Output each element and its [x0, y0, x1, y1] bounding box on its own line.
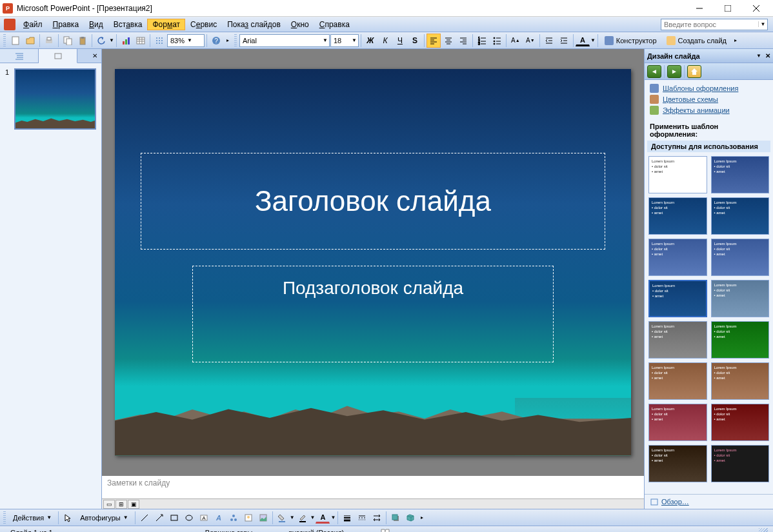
align-center-button[interactable] [441, 34, 456, 48]
arrow-style-button[interactable] [370, 511, 384, 525]
font-select[interactable]: Arial▼ [239, 34, 330, 47]
link-animation-effects[interactable]: Эффекты анимации [650, 106, 768, 115]
template-item[interactable]: Lorem Ipsum• dolor sit• amet [648, 197, 707, 235]
grid-button[interactable] [152, 34, 166, 48]
sorter-view-button[interactable]: ⊞ [115, 500, 127, 509]
paste-button[interactable] [75, 34, 90, 48]
menu-help[interactable]: Справка [314, 19, 355, 30]
toolbar-grip[interactable] [234, 34, 237, 47]
bullet-list-button[interactable] [490, 34, 504, 48]
menu-file[interactable]: Файл [18, 19, 48, 30]
table-button[interactable] [134, 34, 148, 48]
menu-insert[interactable]: Вставка [108, 19, 148, 30]
toolbar-grip[interactable] [3, 34, 6, 47]
toolbar-options-2[interactable]: ▸ [732, 34, 739, 48]
status-language[interactable]: русский (Россия) [283, 529, 349, 533]
help-button[interactable]: ? [209, 34, 223, 48]
wordart-button[interactable]: A [212, 511, 226, 525]
menu-view[interactable]: Вид [84, 19, 108, 30]
task-pane-dropdown[interactable]: ▼ [756, 53, 761, 59]
menu-edit[interactable]: Правка [48, 19, 85, 30]
actions-button[interactable]: Действия▼ [8, 511, 56, 525]
template-item[interactable]: Lorem Ipsum• dolor sit• amet [711, 156, 770, 193]
align-left-button[interactable] [427, 34, 441, 48]
bold-button[interactable]: Ж [363, 34, 377, 48]
template-item[interactable]: Lorem Ipsum• dolor sit• amet [648, 156, 707, 193]
font-color-button[interactable]: A [576, 34, 590, 46]
title-placeholder[interactable]: Заголовок слайда [141, 153, 605, 250]
template-item[interactable]: Lorem Ipsum• dolor sit• amet [648, 321, 707, 359]
horizontal-scrollbar[interactable]: ▭ ⊞ ▣ [102, 498, 644, 509]
template-item-selected[interactable]: Lorem Ipsum• dolor sit• amet [648, 280, 707, 317]
slideshow-view-button[interactable]: ▣ [128, 500, 139, 509]
print-button[interactable] [42, 34, 56, 48]
select-button[interactable] [61, 511, 75, 525]
oval-button[interactable] [182, 511, 196, 525]
slide[interactable]: Заголовок слайда Подзаголовок слайда [115, 69, 631, 456]
link-design-templates[interactable]: Шаблоны оформления [650, 84, 768, 93]
help-question-input[interactable] [661, 21, 758, 28]
open-button[interactable] [23, 34, 37, 48]
decrease-indent-button[interactable] [542, 34, 556, 48]
line-color-button[interactable] [296, 511, 310, 525]
close-button[interactable] [742, 1, 770, 16]
maximize-button[interactable] [714, 1, 742, 16]
designer-button[interactable]: Конструктор [600, 34, 661, 48]
normal-view-button[interactable]: ▭ [103, 500, 115, 509]
line-color-dropdown[interactable]: ▼ [310, 515, 316, 520]
picture-button[interactable] [256, 511, 270, 525]
font-color-dropdown-2[interactable]: ▼ [330, 515, 336, 520]
menu-format[interactable]: Формат [147, 19, 185, 30]
align-right-button[interactable] [456, 34, 470, 48]
menu-slideshow[interactable]: Показ слайдов [222, 19, 286, 30]
undo-dropdown[interactable]: ▼ [109, 37, 114, 43]
increase-indent-button[interactable] [557, 34, 571, 48]
template-item[interactable]: Lorem Ipsum• dolor sit• amet [711, 239, 770, 276]
toolbar-options-3[interactable]: ▸ [418, 511, 426, 525]
dash-style-button[interactable] [355, 511, 369, 525]
increase-font-button[interactable]: A▲ [508, 34, 523, 48]
template-item[interactable]: Lorem Ipsum• dolor sit• amet [711, 197, 770, 235]
status-book-icon[interactable] [375, 528, 396, 533]
line-button[interactable] [137, 511, 152, 525]
link-color-schemes[interactable]: Цветовые схемы [650, 95, 768, 104]
dropdown-icon[interactable]: ▼ [758, 21, 767, 27]
shadow-style-button[interactable] [388, 511, 403, 525]
copy-button[interactable] [61, 34, 75, 48]
chart-button[interactable] [119, 34, 133, 48]
nav-back-button[interactable]: ◄ [647, 65, 661, 78]
autoshapes-button[interactable]: Автофигуры▼ [75, 511, 133, 525]
slide-canvas[interactable]: Заголовок слайда Подзаголовок слайда [102, 49, 644, 475]
new-button[interactable] [8, 34, 23, 48]
clipart-button[interactable] [241, 511, 256, 525]
font-size-select[interactable]: 18▼ [330, 34, 359, 47]
textbox-button[interactable]: A [197, 511, 211, 525]
help-question-box[interactable]: ▼ [661, 19, 768, 30]
fill-color-button[interactable] [275, 511, 289, 525]
template-item[interactable]: Lorem Ipsum• dolor sit• amet [711, 362, 770, 400]
nav-forward-button[interactable]: ► [667, 65, 681, 78]
notes-area[interactable]: Заметки к слайду [102, 475, 644, 498]
template-item[interactable]: Lorem Ipsum• dolor sit• amet [711, 280, 770, 317]
new-slide-button[interactable]: Создать слайд [662, 34, 731, 48]
template-item[interactable]: Lorem Ipsum• dolor sit• amet [711, 445, 770, 482]
toolbar-grip[interactable] [3, 511, 6, 524]
line-style-button[interactable] [340, 511, 354, 525]
menu-window[interactable]: Окно [286, 19, 314, 30]
diagram-button[interactable] [226, 511, 241, 525]
decrease-font-button[interactable]: A▼ [523, 34, 537, 48]
rectangle-button[interactable] [167, 511, 181, 525]
shadow-button[interactable]: S [408, 34, 422, 48]
numbered-list-button[interactable]: 123 [475, 34, 489, 48]
browse-link[interactable]: Обзор… [645, 494, 773, 509]
fill-color-dropdown[interactable]: ▼ [290, 515, 295, 520]
resize-grip[interactable] [759, 528, 768, 533]
undo-button[interactable] [94, 34, 108, 48]
thumbnail-image[interactable] [14, 68, 96, 130]
task-pane-close[interactable]: ✕ [765, 52, 770, 59]
outline-tab-outline[interactable] [0, 49, 39, 63]
subtitle-placeholder[interactable]: Подзаголовок слайда [192, 266, 554, 362]
minimize-button[interactable] [685, 1, 714, 16]
nav-home-button[interactable] [687, 65, 701, 78]
menu-service[interactable]: Сервис [185, 19, 222, 30]
